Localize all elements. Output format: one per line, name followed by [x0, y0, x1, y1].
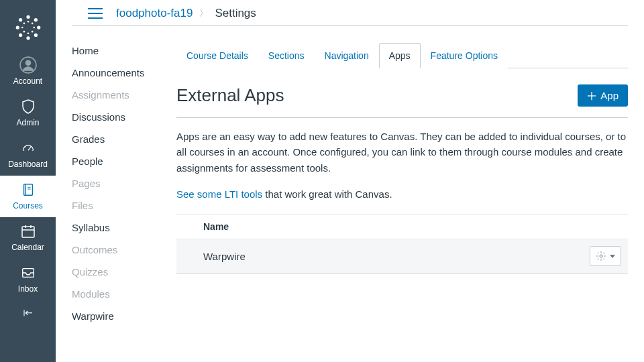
- main-area: foodphoto-fa19 〉 Settings Home Announcem…: [56, 0, 644, 362]
- tab-navigation[interactable]: Navigation: [315, 43, 379, 68]
- nav-label: Account: [13, 76, 42, 86]
- app-name-cell: Warpwire: [203, 251, 246, 262]
- apps-description: Apps are an easy way to add new features…: [176, 129, 628, 176]
- svg-point-15: [31, 31, 33, 33]
- course-nav-discussions[interactable]: Discussions: [72, 106, 170, 128]
- course-nav-modules[interactable]: Modules: [72, 283, 170, 305]
- inbox-icon: [19, 264, 37, 282]
- course-nav-assignments[interactable]: Assignments: [72, 84, 170, 106]
- breadcrumb-course-link[interactable]: foodphoto-fa19: [116, 7, 193, 20]
- nav-label: Inbox: [18, 284, 38, 294]
- svg-point-8: [27, 21, 29, 23]
- gear-icon: [596, 251, 606, 261]
- collapse-left-icon: [20, 308, 36, 320]
- course-nav-pages[interactable]: Pages: [72, 172, 170, 194]
- tab-sections[interactable]: Sections: [258, 43, 315, 68]
- breadcrumb: foodphoto-fa19 〉 Settings: [116, 7, 256, 20]
- nav-label: Admin: [16, 118, 39, 127]
- course-nav-home[interactable]: Home: [72, 40, 170, 62]
- course-nav-syllabus[interactable]: Syllabus: [72, 217, 170, 239]
- canvas-logo-icon: [14, 13, 42, 42]
- apps-table: Name Warpwire: [176, 214, 628, 274]
- course-nav-outcomes[interactable]: Outcomes: [72, 239, 170, 261]
- chevron-right-icon: 〉: [199, 7, 208, 19]
- book-icon: [19, 181, 37, 198]
- add-app-button[interactable]: App: [578, 84, 628, 107]
- tab-feature-options[interactable]: Feature Options: [421, 43, 508, 68]
- speedometer-icon: [19, 139, 37, 157]
- calendar-icon: [19, 223, 37, 240]
- avatar-icon: [19, 56, 37, 74]
- nav-label: Dashboard: [8, 160, 48, 169]
- svg-point-9: [27, 32, 29, 34]
- table-header: Name: [176, 215, 628, 239]
- nav-admin[interactable]: Admin: [0, 93, 56, 134]
- course-nav-warpwire[interactable]: Warpwire: [72, 305, 170, 327]
- tab-apps[interactable]: Apps: [379, 43, 421, 68]
- course-nav-announcements[interactable]: Announcements: [72, 62, 170, 84]
- content-row: Home Announcements Assignments Discussio…: [56, 26, 644, 362]
- svg-point-0: [26, 15, 30, 19]
- column-name: Name: [203, 221, 229, 232]
- canvas-logo[interactable]: [14, 13, 42, 42]
- svg-line-21: [24, 147, 25, 147]
- svg-point-6: [19, 34, 22, 37]
- lti-line: See some LTI tools that work great with …: [176, 186, 628, 202]
- nav-label: Calendar: [11, 243, 44, 252]
- nav-label: Courses: [13, 201, 43, 210]
- svg-rect-26: [22, 227, 34, 237]
- app-settings-button[interactable]: [590, 246, 621, 266]
- course-nav-quizzes[interactable]: Quizzes: [72, 261, 170, 283]
- svg-point-5: [34, 18, 37, 21]
- nav-calendar[interactable]: Calendar: [0, 217, 56, 259]
- add-app-label: App: [600, 90, 619, 101]
- shield-icon: [19, 98, 37, 115]
- svg-point-4: [19, 18, 22, 21]
- svg-point-12: [23, 23, 25, 25]
- svg-point-14: [23, 31, 25, 33]
- caret-down-icon: [610, 255, 615, 258]
- svg-point-11: [33, 27, 35, 29]
- svg-point-3: [37, 25, 40, 29]
- nav-courses[interactable]: Courses: [0, 176, 56, 217]
- page-title: External Apps: [176, 85, 284, 106]
- svg-point-35: [600, 255, 602, 257]
- nav-inbox[interactable]: Inbox: [0, 259, 56, 300]
- course-nav: Home Announcements Assignments Discussio…: [56, 26, 170, 362]
- nav-dashboard[interactable]: Dashboard: [0, 134, 56, 176]
- page-header: foodphoto-fa19 〉 Settings: [72, 0, 628, 26]
- tab-course-details[interactable]: Course Details: [176, 43, 258, 68]
- nav-account[interactable]: Account: [0, 51, 56, 93]
- svg-point-1: [26, 36, 30, 40]
- content-pane: Course Details Sections Navigation Apps …: [170, 26, 644, 362]
- global-nav: Account Admin Dashboard Courses Calendar…: [0, 0, 56, 362]
- breadcrumb-current: Settings: [215, 7, 256, 20]
- svg-point-2: [15, 25, 19, 29]
- collapse-nav-button[interactable]: [0, 300, 56, 328]
- hamburger-button[interactable]: [88, 8, 103, 19]
- course-nav-people[interactable]: People: [72, 150, 170, 172]
- svg-rect-22: [23, 184, 32, 196]
- settings-tabs: Course Details Sections Navigation Apps …: [176, 42, 628, 68]
- course-nav-files[interactable]: Files: [72, 194, 170, 217]
- lti-tools-link[interactable]: See some LTI tools: [176, 188, 262, 200]
- svg-point-13: [31, 23, 33, 25]
- section-header: External Apps App: [176, 84, 628, 118]
- plus-icon: [587, 91, 596, 101]
- svg-point-17: [25, 60, 31, 66]
- table-row: Warpwire: [176, 239, 628, 274]
- course-nav-grades[interactable]: Grades: [72, 128, 170, 150]
- svg-point-7: [34, 34, 37, 37]
- lti-suffix: that work great with Canvas.: [262, 188, 392, 200]
- svg-point-10: [21, 27, 23, 29]
- svg-line-18: [28, 147, 31, 151]
